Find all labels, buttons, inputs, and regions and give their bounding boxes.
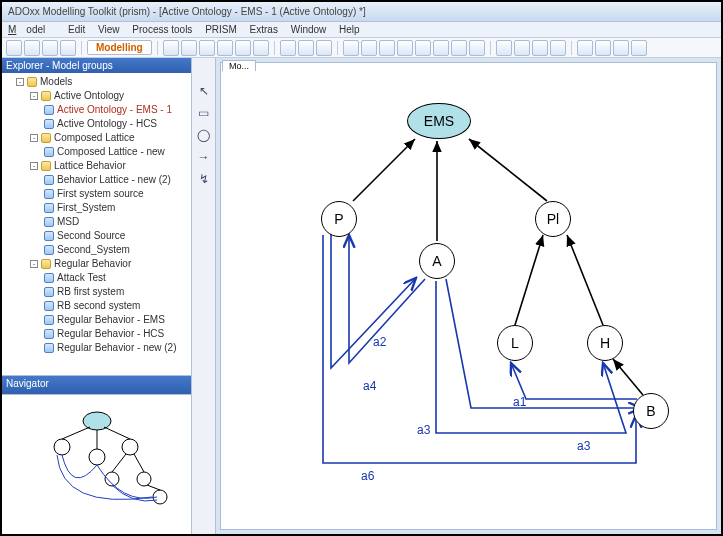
node-h[interactable]: H xyxy=(587,325,623,361)
svg-line-13 xyxy=(353,139,415,201)
tb-2[interactable] xyxy=(24,40,40,56)
node-a[interactable]: A xyxy=(419,243,455,279)
diagram-canvas[interactable]: EMS P A Pl L H B a2 a4 a1 a3 a3 a6 xyxy=(220,62,717,530)
tb-21[interactable] xyxy=(469,40,485,56)
tb-18[interactable] xyxy=(415,40,431,56)
menu-prism[interactable]: PRISM xyxy=(205,24,237,35)
tb-14[interactable] xyxy=(343,40,359,56)
tree-regular[interactable]: -Regular Behavior xyxy=(30,257,191,271)
tb-20[interactable] xyxy=(451,40,467,56)
menu-extras[interactable]: Extras xyxy=(250,24,278,35)
tb-3[interactable] xyxy=(42,40,58,56)
svg-line-16 xyxy=(515,235,543,325)
tb-15[interactable] xyxy=(361,40,377,56)
svg-line-12 xyxy=(147,485,160,490)
tree-cl-new[interactable]: Composed Lattice - new xyxy=(44,145,191,159)
menu-bar: Model Edit View Process tools PRISM Extr… xyxy=(2,22,721,38)
palette-zig[interactable]: ↯ xyxy=(195,170,213,188)
palette-arrow[interactable]: → xyxy=(195,148,213,166)
menu-process[interactable]: Process tools xyxy=(132,24,192,35)
tb-11[interactable] xyxy=(280,40,296,56)
svg-line-11 xyxy=(134,454,144,472)
tb-13[interactable] xyxy=(316,40,332,56)
svg-line-7 xyxy=(62,427,90,439)
svg-line-15 xyxy=(469,139,547,201)
tree-composed[interactable]: -Composed Lattice xyxy=(30,131,191,145)
tree-msd[interactable]: MSD xyxy=(44,215,191,229)
edges-svg xyxy=(221,63,716,529)
svg-line-9 xyxy=(104,427,130,439)
edge-label-a3-1: a3 xyxy=(417,423,430,437)
tb-10[interactable] xyxy=(253,40,269,56)
palette-rect[interactable]: ▭ xyxy=(195,104,213,122)
menu-edit[interactable]: Edit xyxy=(68,24,85,35)
menu-model[interactable]: Model xyxy=(8,24,55,35)
tb-22[interactable] xyxy=(496,40,512,56)
menu-view[interactable]: View xyxy=(98,24,120,35)
tb-25[interactable] xyxy=(550,40,566,56)
node-b[interactable]: B xyxy=(633,393,669,429)
tree-secondsys[interactable]: Second_System xyxy=(44,243,191,257)
tb-1[interactable] xyxy=(6,40,22,56)
edge-label-a4: a4 xyxy=(363,379,376,393)
menu-window[interactable]: Window xyxy=(291,24,327,35)
svg-line-18 xyxy=(613,359,643,395)
svg-point-3 xyxy=(122,439,138,455)
tb-27[interactable] xyxy=(595,40,611,56)
tb-7[interactable] xyxy=(199,40,215,56)
palette-ellipse[interactable]: ◯ xyxy=(195,126,213,144)
mode-modelling[interactable]: Modelling xyxy=(87,40,152,55)
tb-26[interactable] xyxy=(577,40,593,56)
tree-active-ontology[interactable]: -Active Ontology xyxy=(30,89,191,103)
tb-4[interactable] xyxy=(60,40,76,56)
palette: ↖ ▭ ◯ → ↯ xyxy=(192,58,216,534)
palette-cursor[interactable]: ↖ xyxy=(195,82,213,100)
node-p[interactable]: P xyxy=(321,201,357,237)
menu-help[interactable]: Help xyxy=(339,24,360,35)
tb-9[interactable] xyxy=(235,40,251,56)
tree-bl-new2[interactable]: Behavior Lattice - new (2) xyxy=(44,173,191,187)
model-tree[interactable]: -Models -Active Ontology Active Ontology… xyxy=(2,73,191,376)
tb-8[interactable] xyxy=(217,40,233,56)
canvas-tab[interactable]: Mo... xyxy=(222,60,256,71)
tb-17[interactable] xyxy=(397,40,413,56)
tb-24[interactable] xyxy=(532,40,548,56)
tree-firstsys[interactable]: First_System xyxy=(44,201,191,215)
tree-rb-ems[interactable]: Regular Behavior - EMS xyxy=(44,313,191,327)
node-l[interactable]: L xyxy=(497,325,533,361)
tb-12[interactable] xyxy=(298,40,314,56)
preview-thumbnail xyxy=(12,405,182,525)
svg-point-5 xyxy=(137,472,151,486)
tb-16[interactable] xyxy=(379,40,395,56)
tree-models[interactable]: -Models xyxy=(16,75,191,89)
tb-19[interactable] xyxy=(433,40,449,56)
tree-ao-hcs[interactable]: Active Ontology - HCS xyxy=(44,117,191,131)
tree-rb-hcs[interactable]: Regular Behavior - HCS xyxy=(44,327,191,341)
tb-5[interactable] xyxy=(163,40,179,56)
tb-28[interactable] xyxy=(613,40,629,56)
svg-point-0 xyxy=(83,412,111,430)
explorer-title: Explorer - Model groups xyxy=(2,58,191,73)
navigator-title: Navigator xyxy=(2,376,191,394)
svg-point-2 xyxy=(89,449,105,465)
tree-rb-second[interactable]: RB second system xyxy=(44,299,191,313)
tree-secondsource[interactable]: Second Source xyxy=(44,229,191,243)
edge-label-a3-2: a3 xyxy=(577,439,590,453)
tree-fss[interactable]: First system source xyxy=(44,187,191,201)
tb-23[interactable] xyxy=(514,40,530,56)
tb-6[interactable] xyxy=(181,40,197,56)
window-title: ADOxx Modelling Toolkit (prism) - [Activ… xyxy=(2,2,721,22)
node-pl[interactable]: Pl xyxy=(535,201,571,237)
main-toolbar: Modelling xyxy=(2,38,721,58)
tree-lattice[interactable]: -Lattice Behavior xyxy=(30,159,191,173)
tree-rb-first[interactable]: RB first system xyxy=(44,285,191,299)
edge-label-a6: a6 xyxy=(361,469,374,483)
tree-ao-ems1[interactable]: Active Ontology - EMS - 1 xyxy=(44,103,191,117)
svg-line-17 xyxy=(567,235,603,325)
tb-29[interactable] xyxy=(631,40,647,56)
edge-label-a1: a1 xyxy=(513,395,526,409)
tree-attack[interactable]: Attack Test xyxy=(44,271,191,285)
node-ems[interactable]: EMS xyxy=(407,103,471,139)
navigator-preview[interactable] xyxy=(2,394,191,534)
tree-rb-new2[interactable]: Regular Behavior - new (2) xyxy=(44,341,191,355)
